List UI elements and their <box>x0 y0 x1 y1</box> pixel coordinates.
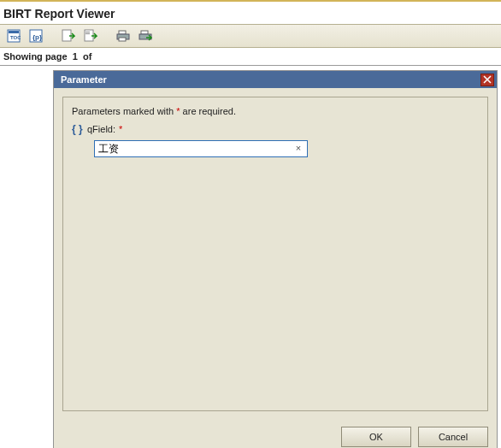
qfield-input[interactable] <box>94 140 308 157</box>
params-icon[interactable]: {p} <box>27 27 44 44</box>
status-bar: Showing page 1 of <box>0 48 501 66</box>
toc-icon[interactable]: TOC <box>5 27 22 44</box>
export-data-icon[interactable] <box>60 27 77 44</box>
svg-rect-8 <box>85 33 90 34</box>
dialog-body: Parameters marked with * are required. {… <box>54 88 497 420</box>
print-icon[interactable] <box>115 27 132 44</box>
app-title: BIRT Report Viewer <box>0 2 501 24</box>
field-required-marker: * <box>119 124 122 134</box>
dialog-inner: Parameters marked with * are required. {… <box>62 97 488 411</box>
status-suffix: of <box>83 51 91 62</box>
field-label: qField: <box>87 124 115 134</box>
svg-rect-1 <box>9 31 19 33</box>
status-page-number: 1 <box>73 51 78 62</box>
cancel-button[interactable]: Cancel <box>418 427 488 447</box>
required-note: Parameters marked with * are required. <box>72 106 479 116</box>
input-row: × <box>72 140 479 157</box>
toolbar: TOC {p} <box>0 24 501 48</box>
svg-rect-12 <box>141 31 148 34</box>
dialog-title: Parameter <box>61 74 107 85</box>
braces-icon: { } <box>72 123 84 135</box>
status-prefix: Showing page <box>3 51 68 62</box>
ok-button[interactable]: OK <box>341 427 411 447</box>
content-area: Parameter Parameters marked with * are r… <box>0 66 501 447</box>
parameter-dialog: Parameter Parameters marked with * are r… <box>53 70 498 448</box>
clear-input-icon[interactable]: × <box>292 142 304 154</box>
dialog-titlebar[interactable]: Parameter <box>54 71 497 88</box>
svg-rect-11 <box>119 38 126 41</box>
svg-rect-9 <box>119 31 126 34</box>
svg-text:{p}: {p} <box>32 33 42 41</box>
svg-rect-13 <box>139 34 151 39</box>
svg-text:{ }: { } <box>72 123 83 135</box>
svg-rect-7 <box>85 32 90 32</box>
svg-text:TOC: TOC <box>10 35 21 40</box>
field-row: { } qField: * <box>72 123 479 135</box>
print-server-icon[interactable] <box>137 27 154 44</box>
close-icon[interactable] <box>480 74 494 86</box>
dialog-buttons: OK Cancel <box>54 420 497 448</box>
export-report-icon[interactable] <box>82 27 99 44</box>
